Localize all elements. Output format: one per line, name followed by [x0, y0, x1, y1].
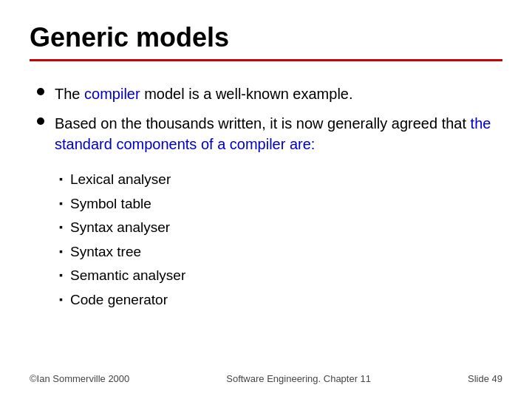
sub-item-label-3: Syntax analyser — [70, 217, 170, 239]
sub-bullet-4: ▪ — [59, 244, 63, 259]
bullet-text-1: The compiler model is a well-known examp… — [55, 83, 353, 104]
footer-left: ©Ian Sommerville 2000 — [30, 373, 129, 384]
content-area: The compiler model is a well-known examp… — [30, 83, 502, 366]
bullet-item-1: The compiler model is a well-known examp… — [37, 83, 502, 104]
sub-bullet-2: ▪ — [59, 196, 63, 211]
bullet-1-link: compiler — [84, 86, 140, 102]
slide: Generic models The compiler model is a w… — [0, 0, 532, 399]
title-section: Generic models — [30, 22, 502, 76]
slide-footer: ©Ian Sommerville 2000 Software Engineeri… — [30, 366, 502, 384]
sub-item-1: ▪ Lexical analyser — [59, 169, 502, 191]
sub-bullet-6: ▪ — [59, 292, 63, 307]
footer-center: Software Engineering. Chapter 11 — [226, 373, 371, 384]
footer-right: Slide 49 — [468, 373, 502, 384]
bullet-1-suffix: model is a well-known example. — [140, 86, 353, 102]
sub-item-label-1: Lexical analyser — [70, 169, 171, 191]
sub-item-5: ▪ Semantic analyser — [59, 265, 502, 287]
bullet-text-2: Based on the thousands written, it is no… — [55, 113, 502, 154]
title-underline — [30, 59, 502, 61]
sub-item-label-6: Code generator — [70, 290, 168, 311]
sub-item-2: ▪ Symbol table — [59, 194, 502, 215]
sub-list: ▪ Lexical analyser ▪ Symbol table ▪ Synt… — [59, 169, 502, 310]
bullet-1-prefix: The — [55, 86, 84, 102]
sub-item-label-5: Semantic analyser — [70, 265, 185, 287]
bullet-item-2: Based on the thousands written, it is no… — [37, 113, 502, 154]
sub-item-label-2: Symbol table — [70, 194, 151, 215]
sub-item-6: ▪ Code generator — [59, 290, 502, 311]
sub-item-3: ▪ Syntax analyser — [59, 217, 502, 239]
sub-item-4: ▪ Syntax tree — [59, 242, 502, 263]
bullet-2-plain: Based on the thousands written, it is no… — [55, 115, 471, 132]
sub-item-label-4: Syntax tree — [70, 242, 141, 263]
sub-bullet-5: ▪ — [59, 267, 63, 283]
bullet-dot-2 — [37, 117, 44, 125]
bullet-dot-1 — [37, 88, 44, 95]
sub-bullet-3: ▪ — [59, 219, 63, 235]
sub-bullet-1: ▪ — [59, 171, 63, 187]
slide-title: Generic models — [30, 22, 502, 53]
